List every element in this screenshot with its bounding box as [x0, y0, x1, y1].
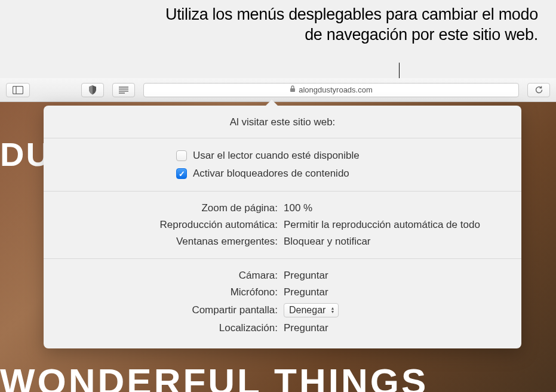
autoplay-label: Reproducción automática:	[44, 219, 284, 231]
content-blocker-checkbox-label: Activar bloqueadores de contenido	[193, 168, 349, 180]
popups-dropdown[interactable]: Bloquear y notificar	[284, 236, 371, 248]
microphone-label: Micrófono:	[44, 286, 284, 298]
reader-checkbox[interactable]	[176, 150, 187, 161]
privacy-report-button[interactable]	[81, 83, 104, 97]
microphone-dropdown[interactable]: Preguntar	[284, 286, 328, 298]
background-text-bottom: WONDERFUL THINGS	[0, 360, 428, 392]
screen-share-label: Compartir pantalla:	[44, 304, 284, 316]
chevron-up-down-icon: ▲▼	[330, 307, 334, 314]
autoplay-dropdown[interactable]: Permitir la reproducción automática de t…	[284, 219, 480, 231]
reload-button[interactable]	[527, 83, 550, 97]
shield-icon	[88, 85, 97, 95]
reader-button[interactable]	[112, 83, 135, 97]
lock-icon	[290, 85, 296, 94]
url-text: alongdustyroads.com	[299, 85, 373, 94]
zoom-dropdown[interactable]: 100 %	[284, 202, 312, 214]
screen-share-value: Denegar	[289, 305, 325, 316]
zoom-label: Zoom de página:	[44, 202, 284, 214]
location-dropdown[interactable]: Preguntar	[284, 322, 328, 334]
sidebar-icon	[13, 86, 23, 94]
website-settings-popover: Al visitar este sitio web: Usar el lecto…	[44, 106, 521, 348]
svg-rect-6	[290, 88, 295, 92]
screen-share-dropdown[interactable]: Denegar ▲▼	[284, 303, 339, 317]
browser-window: DU WONDERFUL THINGS	[0, 78, 556, 392]
callout-annotation: Utiliza los menús desplegables para camb…	[150, 5, 538, 45]
svg-rect-0	[13, 86, 23, 94]
address-bar[interactable]: alongdustyroads.com	[143, 83, 519, 97]
reload-icon	[535, 85, 543, 94]
sidebar-toggle-button[interactable]	[6, 83, 30, 97]
browser-toolbar: alongdustyroads.com	[0, 78, 556, 102]
camera-dropdown[interactable]: Preguntar	[284, 270, 328, 282]
popups-label: Ventanas emergentes:	[44, 236, 284, 248]
location-label: Localización:	[44, 322, 284, 334]
popover-title: Al visitar este sitio web:	[44, 106, 521, 138]
reader-icon	[118, 87, 129, 94]
camera-label: Cámara:	[44, 270, 284, 282]
content-blocker-checkbox[interactable]: ✓	[176, 168, 187, 179]
reader-checkbox-label: Usar el lector cuando esté disponible	[193, 150, 360, 162]
